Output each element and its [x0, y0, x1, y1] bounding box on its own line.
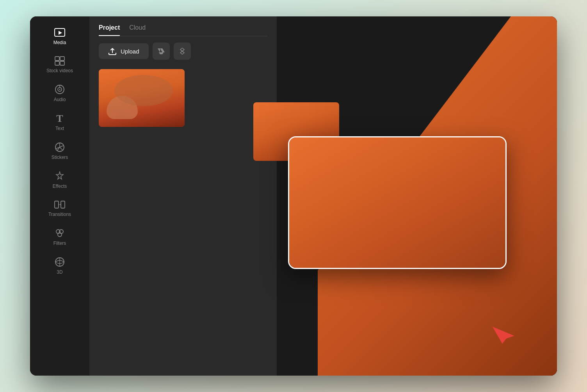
- svg-marker-20: [493, 327, 514, 344]
- upload-row: Upload: [89, 36, 277, 66]
- preview-area: [238, 16, 557, 376]
- sidebar-item-3d-label: 3D: [57, 269, 62, 275]
- preview-card[interactable]: [288, 136, 507, 269]
- sidebar-item-media-label: Media: [53, 40, 66, 45]
- sidebar-item-stickers[interactable]: Stickers: [30, 137, 89, 166]
- main-content: Project Cloud Upload: [89, 16, 557, 376]
- sidebar-item-audio[interactable]: Audio: [30, 79, 89, 108]
- svg-rect-13: [61, 201, 65, 208]
- media-thumbnail-item[interactable]: [99, 69, 185, 127]
- sidebar-item-stock-videos-label: Stock videos: [46, 68, 73, 73]
- sidebar: Media Stock videos: [30, 16, 89, 376]
- sidebar-item-stickers-label: Stickers: [52, 155, 68, 160]
- sidebar-item-filters[interactable]: Filters: [30, 223, 89, 251]
- audio-icon: [55, 84, 65, 94]
- preview-card-inner: [289, 137, 505, 268]
- upload-label: Upload: [121, 48, 139, 55]
- svg-rect-5: [60, 61, 64, 65]
- svg-point-8: [59, 89, 60, 90]
- sidebar-item-text[interactable]: T Text: [30, 108, 89, 137]
- svg-rect-2: [55, 57, 59, 61]
- sidebar-item-filters-label: Filters: [53, 241, 66, 246]
- sidebar-item-audio-label: Audio: [54, 97, 66, 102]
- dropbox-button[interactable]: [174, 43, 191, 60]
- text-icon: T: [55, 113, 64, 123]
- effects-icon: [55, 171, 65, 181]
- svg-marker-1: [59, 31, 62, 35]
- svg-point-16: [58, 233, 62, 237]
- stickers-icon: [55, 142, 65, 152]
- sidebar-item-transitions[interactable]: Transitions: [30, 194, 89, 223]
- sidebar-item-text-label: Text: [55, 126, 64, 131]
- left-panel: Project Cloud Upload: [89, 16, 277, 376]
- sidebar-item-3d[interactable]: 3D: [30, 251, 89, 280]
- 3d-icon: [55, 257, 65, 267]
- upload-icon: [108, 47, 117, 55]
- svg-rect-12: [55, 201, 59, 208]
- tab-cloud[interactable]: Cloud: [129, 24, 146, 36]
- sidebar-item-stock-videos[interactable]: Stock videos: [30, 51, 89, 79]
- media-icon: [54, 28, 65, 37]
- media-grid: [89, 66, 277, 130]
- transitions-icon: [54, 200, 65, 209]
- cursor-arrow: [491, 317, 518, 344]
- svg-rect-3: [60, 57, 64, 61]
- app-window: Media Stock videos: [30, 16, 557, 376]
- tab-project[interactable]: Project: [99, 24, 120, 36]
- sidebar-item-media[interactable]: Media: [30, 23, 89, 51]
- svg-text:T: T: [56, 113, 63, 123]
- sidebar-item-transitions-label: Transitions: [48, 212, 71, 217]
- stock-videos-icon: [55, 56, 65, 66]
- upload-button[interactable]: Upload: [99, 43, 149, 59]
- sidebar-item-effects[interactable]: Effects: [30, 166, 89, 194]
- sidebar-item-effects-label: Effects: [53, 184, 67, 189]
- tabs-row: Project Cloud: [89, 16, 277, 36]
- google-drive-button[interactable]: [153, 43, 170, 60]
- svg-rect-4: [55, 61, 59, 65]
- filters-icon: [55, 228, 65, 238]
